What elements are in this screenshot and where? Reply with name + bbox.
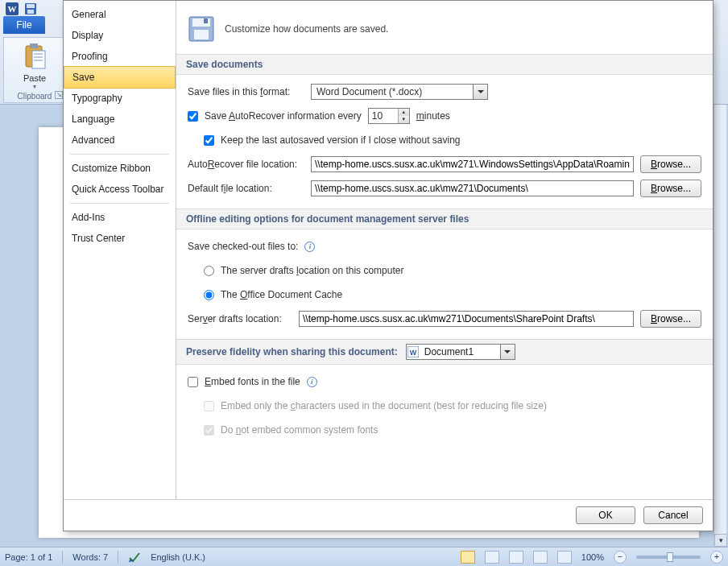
svg-rect-7 (32, 51, 45, 68)
no-common-fonts-label: Do not embed common system fonts (221, 424, 378, 436)
quick-access-toolbar: W (5, 2, 37, 16)
office-cache-radio-label: The Office Document Cache (221, 289, 342, 300)
embed-fonts-checkbox[interactable] (188, 377, 198, 387)
info-icon[interactable]: i (307, 377, 317, 387)
options-pane-save: Customize how documents are saved. Save … (176, 1, 713, 499)
view-outline-icon[interactable] (533, 551, 548, 564)
options-category-list: General Display Proofing Save Typography… (64, 1, 176, 499)
default-browse-button[interactable]: Browse... (640, 180, 701, 197)
file-tab[interactable]: File (3, 16, 45, 34)
ok-button[interactable]: OK (576, 506, 635, 524)
category-general[interactable]: General (64, 4, 176, 25)
spinner-up-icon[interactable]: ▲ (399, 109, 409, 116)
view-draft-icon[interactable] (557, 551, 572, 564)
section-save-documents-heading: Save documents (176, 54, 713, 75)
save-format-value: Word Document (*.docx) (312, 86, 473, 97)
clipboard-group-label: Clipboard (18, 92, 52, 101)
save-format-combo[interactable]: Word Document (*.docx) (311, 84, 488, 100)
zoom-in-button[interactable]: + (710, 551, 723, 564)
status-page[interactable]: Page: 1 of 1 (5, 552, 52, 562)
svg-rect-13 (194, 30, 209, 39)
info-icon[interactable]: i (304, 242, 315, 252)
fidelity-document-value: Document1 (420, 346, 500, 357)
autorecover-checkbox[interactable] (188, 111, 198, 122)
category-trust-center[interactable]: Trust Center (64, 228, 176, 249)
category-customize-ribbon[interactable]: Customize Ribbon (64, 158, 176, 179)
autorecover-minutes-value: 10 (369, 109, 398, 123)
embed-fonts-label: Embed fonts in the file (205, 376, 300, 387)
category-language[interactable]: Language (64, 109, 176, 130)
status-bar: Page: 1 of 1 Words: 7 English (U.K.) 100… (0, 547, 728, 566)
section-offline-heading: Offline editing options for document man… (176, 209, 713, 229)
spellcheck-icon[interactable] (128, 551, 141, 564)
svg-rect-3 (27, 4, 35, 8)
server-drafts-radio-label: The server drafts location on this compu… (221, 265, 403, 276)
category-quick-access-toolbar[interactable]: Quick Access Toolbar (64, 179, 176, 200)
section-fidelity-heading: Preserve fidelity when sharing this docu… (176, 339, 713, 365)
zoom-slider[interactable] (636, 556, 701, 559)
category-typography[interactable]: Typography (64, 88, 176, 109)
svg-rect-4 (27, 10, 34, 14)
chevron-down-icon[interactable] (500, 345, 515, 359)
autorecover-minutes-spinner[interactable]: 10 ▲▼ (368, 108, 410, 124)
dialog-footer: OK Cancel (64, 499, 713, 531)
office-cache-radio[interactable] (204, 290, 214, 300)
chevron-down-icon[interactable] (473, 85, 487, 99)
zoom-level[interactable]: 100% (581, 552, 604, 562)
zoom-out-button[interactable]: − (614, 551, 627, 564)
default-location-input[interactable] (311, 180, 634, 196)
category-save[interactable]: Save (64, 66, 176, 89)
zoom-slider-thumb[interactable] (667, 552, 673, 562)
word-app-icon[interactable]: W (5, 2, 19, 16)
status-language[interactable]: English (U.K.) (151, 552, 205, 562)
pane-header-text: Customize how documents are saved. (225, 23, 388, 35)
server-drafts-location-input[interactable] (299, 311, 634, 327)
vertical-scrollbar[interactable]: ▾ (714, 105, 726, 547)
server-drafts-browse-button[interactable]: Browse... (640, 310, 701, 328)
scroll-down-icon[interactable]: ▾ (714, 534, 727, 547)
save-large-icon (188, 15, 215, 43)
fidelity-heading-text: Preserve fidelity when sharing this docu… (186, 346, 398, 357)
autorecover-browse-button[interactable]: Browse... (640, 155, 701, 173)
view-print-layout-icon[interactable] (461, 551, 475, 564)
autorecover-location-input[interactable] (311, 156, 634, 172)
category-display[interactable]: Display (64, 25, 176, 46)
no-common-fonts-checkbox (204, 425, 214, 436)
embed-only-used-label: Embed only the characters used in the do… (221, 400, 547, 411)
svg-text:W: W (8, 4, 17, 14)
paste-button-label[interactable]: Paste (4, 73, 65, 83)
autorecover-location-label: AutoRecover file location: (188, 159, 304, 170)
view-web-layout-icon[interactable] (509, 551, 523, 564)
server-drafts-radio[interactable] (204, 266, 214, 276)
keep-last-autosaved-checkbox[interactable] (204, 135, 214, 146)
category-advanced[interactable]: Advanced (64, 130, 176, 151)
word-options-dialog: General Display Proofing Save Typography… (63, 0, 714, 531)
status-words[interactable]: Words: 7 (72, 552, 108, 562)
view-full-screen-icon[interactable] (485, 551, 499, 564)
svg-rect-6 (30, 43, 38, 48)
category-addins[interactable]: Add-Ins (64, 207, 176, 228)
autorecover-label-post: minutes (416, 110, 450, 122)
save-icon[interactable] (24, 2, 37, 15)
svg-rect-14 (204, 19, 208, 23)
default-location-label: Default file location: (188, 183, 304, 194)
fidelity-document-combo[interactable]: W Document1 (406, 344, 515, 360)
paste-icon[interactable] (4, 43, 65, 72)
svg-text:W: W (409, 349, 416, 357)
category-proofing[interactable]: Proofing (64, 46, 176, 67)
save-checked-out-label: Save checked-out files to: (188, 241, 298, 252)
autorecover-label-pre: Save AutoRecover information every (205, 110, 362, 122)
save-format-label: Save files in this format: (188, 86, 304, 97)
spinner-down-icon[interactable]: ▼ (399, 116, 409, 123)
word-document-icon: W (407, 345, 420, 358)
cancel-button[interactable]: Cancel (643, 506, 703, 524)
clipboard-dialog-launcher-icon[interactable]: ↘ (55, 91, 63, 99)
clipboard-group: Paste ▾ Clipboard ↘ (3, 37, 66, 103)
keep-last-autosaved-label: Keep the last autosaved version if I clo… (221, 134, 461, 146)
embed-only-used-checkbox (204, 401, 214, 411)
server-drafts-location-label: Server drafts location: (188, 313, 292, 324)
